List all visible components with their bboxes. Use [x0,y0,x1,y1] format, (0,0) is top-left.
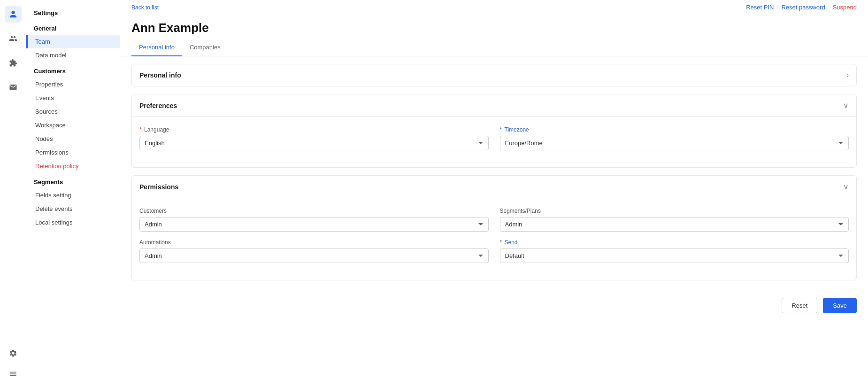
sidebar-item-properties[interactable]: Properties [26,78,120,91]
customers-perm-select[interactable]: Admin View Edit None [139,217,489,232]
sidebar-item-sources[interactable]: Sources [26,105,120,118]
sidebar-item-team[interactable]: Team [26,35,120,48]
icon-bar-plugin[interactable] [5,54,22,71]
personal-info-header[interactable]: Personal info › [132,64,856,86]
main-content: Back to list Reset PIN Reset password Su… [120,0,868,388]
segments-plans-select[interactable]: Admin View Edit None [500,217,849,232]
sidebar-item-delete-events[interactable]: Delete events [26,202,120,216]
permissions-row-1: Customers Admin View Edit None Segments/… [139,208,849,232]
preferences-body: * Language English Italian French German… [132,117,856,167]
sidebar-item-events[interactable]: Events [26,91,120,105]
segments-plans-label: Segments/Plans [500,208,849,214]
save-button[interactable]: Save [823,298,857,313]
sidebar-item-workspace[interactable]: Workspace [26,118,120,132]
personal-info-section: Personal info › [131,64,857,86]
timezone-select[interactable]: Europe/Rome UTC America/New_York America… [500,136,849,150]
customers-perm-label: Customers [139,208,489,214]
sidebar-customers-section: Customers [26,62,120,78]
main-inner: Back to list Reset PIN Reset password Su… [120,0,868,388]
page-header: Ann Example [120,13,868,39]
tab-companies[interactable]: Companies [182,39,228,56]
automations-label: Automations [139,239,489,246]
icon-bar-menu[interactable] [5,365,22,382]
icon-bar-people[interactable] [5,30,22,47]
preferences-header[interactable]: Preferences ∨ [132,94,856,117]
language-group: * Language English Italian French German… [139,126,489,150]
customers-perm-group: Customers Admin View Edit None [139,208,489,232]
personal-info-chevron: › [846,71,849,79]
permissions-header[interactable]: Permissions ∨ [132,176,856,198]
segments-plans-group: Segments/Plans Admin View Edit None [500,208,849,232]
preferences-chevron: ∨ [843,101,849,110]
topbar: Back to list Reset PIN Reset password Su… [120,0,868,13]
sidebar-item-permissions[interactable]: Permissions [26,146,120,159]
footer-bar: Reset Save [120,292,868,319]
send-required: * [500,239,504,246]
automations-select[interactable]: Admin View Edit None [139,248,489,263]
tab-personal-info[interactable]: Personal info [131,39,182,56]
content-area: Personal info › Preferences ∨ * Language [120,64,868,292]
timezone-required: * [500,126,504,133]
send-select[interactable]: Default Admin View Edit None [500,248,849,263]
permissions-section: Permissions ∨ Customers Admin View Edit … [131,175,857,280]
sidebar-general-section: General [26,19,120,35]
sidebar-item-retention-policy[interactable]: Retention policy [26,159,120,173]
reset-button[interactable]: Reset [782,298,817,313]
sidebar-app-title: Settings [26,4,120,19]
page-title: Ann Example [131,21,857,35]
preferences-section: Preferences ∨ * Language English Italia [131,94,857,168]
language-label: * Language [139,126,489,133]
sidebar-item-local-settings[interactable]: Local settings [26,216,120,229]
sidebar-segments-section: Segments [26,173,120,188]
sidebar-item-nodes[interactable]: Nodes [26,132,120,146]
send-label: * Send [500,239,849,246]
permissions-row-2: Automations Admin View Edit None * [139,239,849,263]
send-group: * Send Default Admin View Edit None [500,239,849,263]
topbar-actions: Reset PIN Reset password Suspend [746,4,857,11]
preferences-title: Preferences [139,102,177,109]
icon-bar [0,0,26,388]
reset-pin-link[interactable]: Reset PIN [746,4,774,11]
tabs: Personal info Companies [120,39,868,56]
suspend-link[interactable]: Suspend [833,4,857,11]
reset-password-link[interactable]: Reset password [781,4,825,11]
icon-bar-user[interactable] [5,6,22,23]
personal-info-title: Personal info [139,71,181,79]
preferences-row: * Language English Italian French German… [139,126,849,150]
language-select[interactable]: English Italian French German Spanish [139,136,489,150]
back-to-list-link[interactable]: Back to list [131,4,159,11]
permissions-chevron: ∨ [843,182,849,191]
permissions-title: Permissions [139,183,178,191]
icon-bar-mail[interactable] [5,79,22,96]
timezone-label: * Timezone [500,126,849,133]
automations-group: Automations Admin View Edit None [139,239,489,263]
sidebar: Settings General Team Data model Custome… [26,0,120,388]
icon-bar-gear[interactable] [5,345,22,362]
sidebar-item-data-model[interactable]: Data model [26,48,120,62]
language-required: * [139,126,142,133]
icon-bar-bottom [5,345,22,382]
permissions-body: Customers Admin View Edit None Segments/… [132,198,856,280]
sidebar-item-fields-setting[interactable]: Fields setting [26,188,120,202]
timezone-group: * Timezone Europe/Rome UTC America/New_Y… [500,126,849,150]
